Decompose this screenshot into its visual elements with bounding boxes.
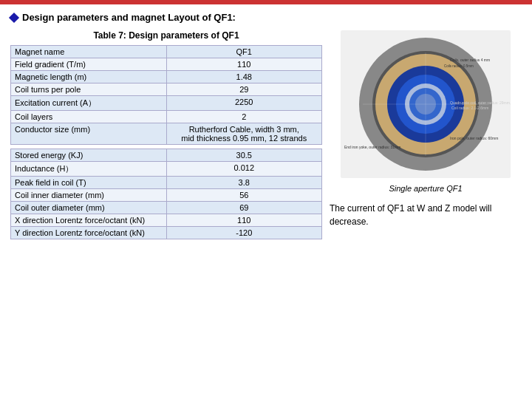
row-label: Stored energy (KJ) bbox=[11, 149, 167, 162]
row-value: 110 bbox=[166, 214, 322, 227]
row-value: 1.48 bbox=[166, 71, 322, 83]
table-row: X direction Lorentz force/octant (kN)110 bbox=[11, 214, 322, 227]
row-value: 2250 bbox=[166, 96, 322, 111]
coil-image: Coils, outer radius 4 mm Coils radius: 0… bbox=[341, 30, 511, 178]
table-row: Stored energy (KJ)30.5 bbox=[11, 149, 322, 162]
table-row: Coil turns per pole29 bbox=[11, 83, 322, 96]
row-value: QF1 bbox=[166, 46, 322, 58]
section-title-text: Design parameters and magnet Layout of Q… bbox=[22, 12, 236, 23]
left-panel: Table 7: Design parameters of QF1 Magnet… bbox=[10, 30, 322, 239]
table-row: Field gradient (T/m)110 bbox=[11, 58, 322, 71]
row-label: X direction Lorentz force/octant (kN) bbox=[11, 214, 167, 227]
row-value: 2 bbox=[166, 111, 322, 123]
row-label: Magnetic length (m) bbox=[11, 71, 167, 83]
row-value: Rutherford Cable, width 3 mm, mid thickn… bbox=[166, 123, 322, 145]
row-label: Field gradient (T/m) bbox=[11, 58, 167, 71]
svg-text:Coils radius: 0.5mm: Coils radius: 0.5mm bbox=[444, 64, 474, 68]
row-value: 69 bbox=[166, 202, 322, 214]
row-value: 30.5 bbox=[166, 149, 322, 162]
row-label: Excitation current (A） bbox=[11, 96, 167, 111]
row-label: Y direction Lorentz force/octant (kN) bbox=[11, 227, 167, 239]
coil-svg: Coils, outer radius 4 mm Coils radius: 0… bbox=[341, 30, 511, 178]
row-label: Coil outer diameter (mm) bbox=[11, 202, 167, 214]
content-area: Design parameters and magnet Layout of Q… bbox=[0, 4, 532, 247]
row-value: 0.012 bbox=[166, 162, 322, 177]
svg-text:Iron pole, outer radius: 60mm: Iron pole, outer radius: 60mm bbox=[450, 136, 498, 140]
row-value: 3.8 bbox=[166, 177, 322, 189]
table-row: Magnetic length (m)1.48 bbox=[11, 71, 322, 83]
row-value: 56 bbox=[166, 189, 322, 202]
table-row: Inductance (H）0.012 bbox=[11, 162, 322, 177]
row-value: -120 bbox=[166, 227, 322, 239]
table-row: Conductor size (mm)Rutherford Cable, wid… bbox=[11, 123, 322, 145]
right-panel: Coils, outer radius 4 mm Coils radius: 0… bbox=[330, 30, 522, 239]
svg-text:Coil radius: 2.1-2.6mm: Coil radius: 2.1-2.6mm bbox=[451, 106, 488, 110]
table-row: Coil inner diameter (mm)56 bbox=[11, 189, 322, 202]
row-value: 110 bbox=[166, 58, 322, 71]
svg-text:Quadrupole coil, outer radius:: Quadrupole coil, outer radius: 29mm, bbox=[450, 100, 511, 105]
diamond-icon bbox=[9, 12, 19, 22]
svg-text:Coils, outer radius 4 mm: Coils, outer radius 4 mm bbox=[450, 58, 490, 62]
row-label: Inductance (H） bbox=[11, 162, 167, 177]
row-label: Coil layers bbox=[11, 111, 167, 123]
svg-text:End iron yoke, outer radius: 3: End iron yoke, outer radius: 31mm bbox=[344, 145, 400, 149]
section-title: Design parameters and magnet Layout of Q… bbox=[10, 12, 522, 23]
description-text: The current of QF1 at W and Z model will… bbox=[330, 202, 522, 228]
row-label: Coil turns per pole bbox=[11, 83, 167, 96]
main-layout: Table 7: Design parameters of QF1 Magnet… bbox=[10, 30, 522, 239]
row-value: 29 bbox=[166, 83, 322, 96]
table-row: Y direction Lorentz force/octant (kN)-12… bbox=[11, 227, 322, 239]
table-row: Excitation current (A）2250 bbox=[11, 96, 322, 111]
row-label: Peak field in coil (T) bbox=[11, 177, 167, 189]
row-label: Coil inner diameter (mm) bbox=[11, 189, 167, 202]
row-label: Magnet name bbox=[11, 46, 167, 58]
table-row: Coil outer diameter (mm)69 bbox=[11, 202, 322, 214]
row-label: Conductor size (mm) bbox=[11, 123, 167, 145]
table-row: Coil layers2 bbox=[11, 111, 322, 123]
design-params-table: Magnet nameQF1Field gradient (T/m)110Mag… bbox=[10, 45, 322, 239]
table-row: Peak field in coil (T)3.8 bbox=[11, 177, 322, 189]
table-title: Table 7: Design parameters of QF1 bbox=[10, 30, 322, 41]
table-row: Magnet nameQF1 bbox=[11, 46, 322, 58]
image-label: Single aperture QF1 bbox=[389, 184, 462, 193]
